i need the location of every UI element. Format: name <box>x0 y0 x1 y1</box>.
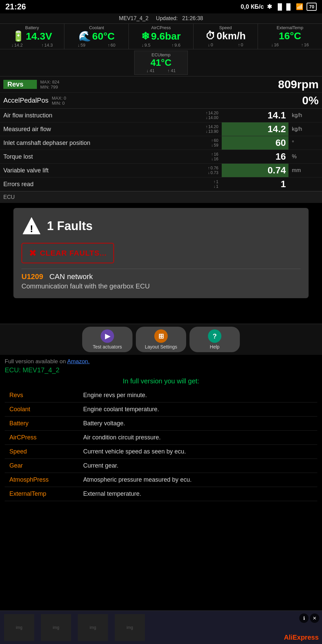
fault-code-row: U1209 CAN network <box>21 272 301 281</box>
feature-name-1: Coolant <box>5 402 78 417</box>
up-arr: ↑ <box>211 138 213 143</box>
sensor-speed-label: Speed <box>196 25 256 30</box>
wifi-icon: 📶 <box>296 3 303 10</box>
dn-arr: ↓ <box>211 143 213 148</box>
sensor-aircpress: AirCPress ❄ 9.6bar ↓9.5 ↑9.6 <box>129 24 193 49</box>
ad-info-button[interactable]: ℹ <box>299 613 309 623</box>
promo-section: Full version available on Amazon. ECU: M… <box>0 355 322 504</box>
data-table-row: Measured air flow ↑ 14.20 ↓ 13.90 14.2 k… <box>0 122 322 136</box>
data-speed: 0,0 КБ/с <box>240 3 264 10</box>
updated-time: 21:26:38 <box>182 15 203 21</box>
data-row-unit-5 <box>288 177 322 191</box>
data-row-value-0: 14.1 <box>222 109 288 122</box>
fault-code: U1209 <box>21 272 43 281</box>
data-row-val-wrap-4: 0.74 <box>222 164 288 177</box>
ad-close-button[interactable]: ✕ <box>310 613 319 623</box>
promo-full-version: Full version available on Amazon. <box>5 358 317 365</box>
data-row-unit-1: kg/h <box>288 122 322 136</box>
feature-name-4: Speed <box>5 445 78 459</box>
sensor-speed-value: ⏱ 0km/h <box>196 30 256 42</box>
ecu-section: ECU <box>0 191 322 203</box>
feature-table-row: Revs Engine revs per minute. <box>5 388 317 402</box>
help-icon: ? <box>208 329 221 343</box>
feature-table-row: AirCPress Air condition circuit pressure… <box>5 431 317 445</box>
data-row-value-2: 60 <box>222 136 288 150</box>
feature-table-row: Gear Current gear. <box>5 459 317 473</box>
down-arrow: ↓ <box>208 42 210 47</box>
down-arrow: ↓ <box>271 42 273 47</box>
amazon-link[interactable]: Amazon. <box>67 358 90 365</box>
ad-image-1: img <box>4 614 34 641</box>
feature-desc-6: Atmospheric pressure measured by ecu. <box>78 473 317 487</box>
battery-icon: 70 <box>307 3 317 11</box>
accel-row: AccelPedalPos MAX: 0 MIN: 0 0% <box>0 93 322 108</box>
test-actuators-button[interactable]: ▶ Test actuators <box>82 327 132 352</box>
ecutemp-row: ECUtemp 41°C ↓ 41 ↑ 41 <box>0 49 322 76</box>
svg-text:img: img <box>126 625 133 630</box>
test-actuators-label: Test actuators <box>93 344 122 350</box>
fault-detail: Communication fault with the gearbox ECU <box>21 282 301 290</box>
ad-image-4: img <box>115 614 145 641</box>
data-row-name-2: Inlet camshaft dephaser position <box>0 136 177 150</box>
ad-images: img img img img <box>0 611 149 644</box>
dn-arr: ↓ <box>211 157 213 161</box>
fault-divider <box>21 269 301 269</box>
warning-icon: ! <box>21 216 42 236</box>
up-arr: ↑ <box>206 124 208 129</box>
data-row-minmax-3: ↑ 16 ↓ 16 <box>177 150 222 164</box>
data-row-value-5: 1 <box>222 177 288 191</box>
dn-arr: ↓ <box>213 184 215 189</box>
sensor-externaltemp-label: ExternalTemp <box>260 25 320 30</box>
data-row-name-3: Torque lost <box>0 150 177 164</box>
status-bar: 21:26 0,0 КБ/с ✱ ▐▌▐▌ 📶 70 <box>0 0 322 13</box>
coolant-sensor-icon: 🌊 <box>78 30 91 42</box>
up-arr: ↑ <box>208 166 210 170</box>
data-table-row: Torque lost ↑ 16 ↓ 16 16 % <box>0 150 322 164</box>
data-row-unit-3: % <box>288 150 322 164</box>
big-metrics: Revs MAX: 824 MIN: 799 809rpm AccelPedal… <box>0 76 322 109</box>
fault-modal: ! 1 Faults ✖ CLEAR FAULTS... U1209 CAN n… <box>13 208 309 298</box>
data-row-minmax-2: ↑ 60 ↓ 59 <box>177 136 222 150</box>
sensor-battery-value: 🔋 14.3V <box>2 30 62 42</box>
up-arrow: ↑ <box>301 42 304 47</box>
revs-minmax: MAX: 824 MIN: 799 <box>40 79 278 90</box>
data-row-name-1: Measured air flow <box>0 122 177 136</box>
up-arr: ↑ <box>206 111 208 115</box>
feature-desc-0: Engine revs per minute. <box>78 388 317 402</box>
accel-minmax: MAX: 0 MIN: 0 <box>52 96 302 106</box>
aircpress-sensor-icon: ❄ <box>141 30 150 42</box>
feature-table-row: ExternalTemp External temperature. <box>5 487 317 501</box>
feature-name-3: AirCPress <box>5 431 78 445</box>
sensor-battery-minmax: ↓14.2 ↑14.3 <box>2 43 62 48</box>
feature-table: Revs Engine revs per minute. Coolant Eng… <box>5 388 317 501</box>
ad-banner: img img img img ℹ ✕ AliExpress <box>0 610 322 644</box>
accel-label: AccelPedalPos <box>3 97 49 104</box>
sensor-externaltemp-minmax: ↓16 ↑16 <box>260 42 320 47</box>
bluetooth-icon: ✱ <box>267 3 272 10</box>
dn-arr: ↓ <box>206 115 208 120</box>
data-row-minmax-4: ↑ 0.76 ↓ 0.73 <box>177 164 222 177</box>
data-row-unit-4: mm <box>288 164 322 177</box>
clear-faults-label: CLEAR FAULTS... <box>40 249 107 258</box>
feature-name-6: AtmosphPress <box>5 473 78 487</box>
x-icon: ✖ <box>29 248 37 259</box>
clear-faults-button[interactable]: ✖ CLEAR FAULTS... <box>21 243 114 263</box>
up-arrow-icon: ↑ <box>167 68 170 73</box>
fault-title: 1 Faults <box>47 219 93 233</box>
data-row-value-3: 16 <box>222 150 288 163</box>
layout-settings-button[interactable]: ⊞ Layout Settings <box>136 327 186 352</box>
data-row-unit-2: ° <box>288 136 322 150</box>
bottom-toolbar: ▶ Test actuators ⊞ Layout Settings ? Hel… <box>0 324 322 355</box>
help-button[interactable]: ? Help <box>190 327 240 352</box>
feature-table-row: Coolant Engine coolant temperature. <box>5 402 317 417</box>
ad-image-4-svg: img <box>115 614 145 641</box>
feature-name-5: Gear <box>5 459 78 473</box>
accel-value: 0% <box>302 94 319 107</box>
sensor-aircpress-label: AirCPress <box>131 25 191 30</box>
data-row-minmax-1: ↑ 14.20 ↓ 13.90 <box>177 122 222 136</box>
sensor-battery: Battery 🔋 14.3V ↓14.2 ↑14.3 <box>0 24 64 49</box>
data-row-val-wrap-1: 14.2 <box>222 122 288 136</box>
data-row-name-4: Variable valve lift <box>0 164 177 177</box>
down-arrow-icon: ↓ <box>146 68 149 73</box>
data-row-minmax-0: ↑ 14.20 ↓ 14.00 <box>177 109 222 122</box>
